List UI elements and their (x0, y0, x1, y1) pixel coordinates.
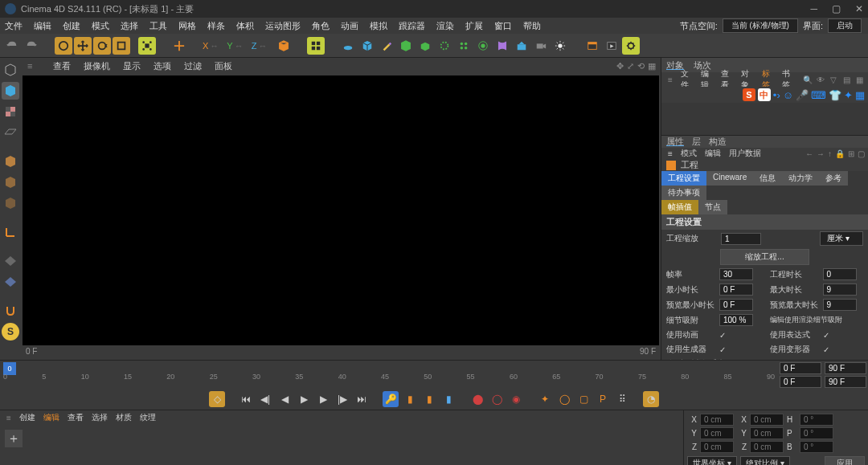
cloner-icon[interactable] (455, 37, 473, 55)
subtab-project[interactable]: 工程设置 (661, 171, 706, 186)
menu-tracker[interactable]: 跟踪器 (399, 20, 425, 32)
prop-usegen-check[interactable]: ✓ (719, 345, 726, 354)
scale-tool-icon[interactable] (113, 37, 130, 55)
coord-h-input[interactable]: 0 ° (800, 414, 833, 426)
obj-filter-icon[interactable]: ▽ (828, 75, 839, 84)
coord-px-input[interactable]: 0 cm (700, 414, 734, 426)
menu-file[interactable]: 文件 (5, 20, 23, 32)
play-fwd2-icon[interactable]: ▶ (315, 391, 331, 407)
frame-end2-input[interactable]: 90 F (825, 376, 866, 388)
object-tree[interactable] (661, 103, 868, 135)
prop-lod-input[interactable]: 100 % (719, 314, 753, 326)
menu-create[interactable]: 创建 (63, 20, 80, 32)
rec-target-icon[interactable]: ◉ (508, 391, 524, 407)
z-axis-lock[interactable]: Z (252, 41, 257, 51)
coord-world-dropdown[interactable]: 世界坐标 ▾ (687, 456, 737, 465)
subtab-todo[interactable]: 待办事项 (661, 186, 706, 200)
menu-character[interactable]: 角色 (312, 20, 330, 32)
attr-up-icon[interactable]: ↑ (828, 149, 832, 158)
coord-apply-button[interactable]: 应用 (825, 456, 865, 465)
attr-tab-struct[interactable]: 构造 (709, 136, 727, 148)
coord-p-input[interactable]: 0 ° (800, 427, 833, 439)
attr-tab-layers[interactable]: 层 (692, 136, 701, 148)
menu-render[interactable]: 渲染 (436, 20, 454, 32)
ime-punct-icon[interactable]: •› (773, 89, 780, 101)
mat-menu-select[interactable]: 选择 (92, 412, 108, 423)
nav-panels-icon[interactable]: ▦ (648, 61, 656, 71)
ime-keyboard-icon[interactable]: ⌨ (811, 89, 826, 101)
frame-current-input[interactable]: 0 F (780, 376, 821, 388)
attr-menu-edit[interactable]: 编辑 (705, 148, 721, 159)
goto-end-icon[interactable]: ⏭ (354, 391, 370, 407)
subtab-cineware[interactable]: Cineware (706, 171, 753, 186)
subdiv-icon[interactable] (397, 37, 415, 55)
extrude-icon[interactable] (416, 37, 434, 55)
floor-icon[interactable] (339, 37, 357, 55)
menu-edit[interactable]: 编辑 (34, 20, 51, 32)
ime-mic-icon[interactable]: 🎤 (796, 89, 809, 101)
prop-useexpr-check[interactable]: ✓ (823, 331, 829, 340)
keysel-param-icon[interactable]: P (595, 391, 611, 407)
menu-tools[interactable]: 工具 (149, 20, 167, 32)
axis-icon[interactable] (2, 223, 19, 241)
render-view-icon[interactable] (583, 37, 601, 55)
subtab2-node[interactable]: 节点 (698, 200, 727, 214)
view-menu-panel[interactable]: 面板 (215, 60, 232, 72)
record-key-icon[interactable]: 🔑 (383, 391, 399, 407)
coord-pz-input[interactable]: 0 cm (700, 441, 734, 453)
frame-end-input[interactable]: 90 F (825, 362, 866, 374)
x-axis-lock[interactable]: X (203, 41, 208, 51)
key-pos-icon[interactable]: ▮ (402, 391, 418, 407)
nav-move-icon[interactable]: ✥ (616, 61, 624, 71)
keysel-rot-icon[interactable]: ◯ (556, 391, 572, 407)
prop-fps-input[interactable]: 30 (719, 268, 753, 280)
workplane-mode-icon[interactable] (2, 124, 19, 141)
menu-volume[interactable]: 体积 (236, 20, 254, 32)
mat-menu-edit[interactable]: 编辑 (43, 412, 59, 423)
view-menu-camera[interactable]: 摄像机 (84, 60, 110, 72)
close-button[interactable]: ✕ (855, 3, 863, 14)
menu-simulate[interactable]: 模拟 (370, 20, 387, 32)
goto-start-icon[interactable]: ⏮ (238, 391, 254, 407)
attr-menu-mode[interactable]: 模式 (681, 148, 697, 159)
obj-hamburger-icon[interactable]: ≡ (668, 75, 673, 84)
menu-animate[interactable]: 动画 (341, 20, 358, 32)
points-mode-icon[interactable] (2, 153, 19, 170)
autokey-icon[interactable]: ◇ (209, 391, 225, 407)
layout-dropdown[interactable]: 启动 (828, 18, 862, 33)
nav-rotate-icon[interactable]: ⟲ (637, 61, 645, 71)
move-tool-icon[interactable] (74, 37, 92, 55)
viewport-solo-icon[interactable] (2, 252, 19, 270)
asset-browser-icon[interactable] (307, 37, 325, 55)
mat-menu-create[interactable]: 创建 (19, 412, 35, 423)
coord-sz-input[interactable]: 0 cm (750, 441, 784, 453)
subtab2-interp[interactable]: 帧插值 (661, 200, 698, 214)
make-editable-icon[interactable] (2, 61, 19, 79)
nav-zoom-icon[interactable]: ⤢ (627, 61, 634, 71)
keysel-pos-icon[interactable]: ✦ (537, 391, 553, 407)
obj-view1-icon[interactable]: ▤ (841, 75, 852, 84)
subtab-info[interactable]: 信息 (753, 171, 782, 186)
menu-mode[interactable]: 模式 (92, 20, 109, 32)
play-fwd-icon[interactable]: ▶ (296, 391, 312, 407)
play-back-icon[interactable]: ◀ (276, 391, 293, 407)
attr-tab-props[interactable]: 属性 (666, 136, 684, 148)
key-rot-icon[interactable]: ▮ (421, 391, 437, 407)
coord-b-input[interactable]: 0 ° (800, 441, 833, 453)
prop-maxlen-input[interactable]: 9 (823, 283, 857, 296)
spline-pen-icon[interactable] (378, 37, 395, 55)
recent-tool-icon[interactable] (170, 37, 188, 55)
attr-back-icon[interactable]: ← (805, 149, 813, 158)
ime-sogou-icon[interactable]: S (743, 88, 755, 101)
prev-key-icon[interactable]: ◀| (257, 391, 273, 407)
deformer-icon[interactable] (493, 37, 511, 55)
rotate-tool-icon[interactable] (93, 37, 111, 55)
view-menu-options[interactable]: 选项 (154, 60, 171, 72)
coord-py-input[interactable]: 0 cm (700, 427, 734, 439)
viewport[interactable] (23, 75, 659, 345)
redo-icon[interactable] (23, 37, 40, 55)
keyframe-options-icon[interactable]: ◔ (643, 391, 659, 407)
prop-prevmin-input[interactable]: 0 F (719, 299, 753, 311)
menu-mograph[interactable]: 运动图形 (265, 20, 301, 32)
attr-fwd-icon[interactable]: → (817, 149, 825, 158)
